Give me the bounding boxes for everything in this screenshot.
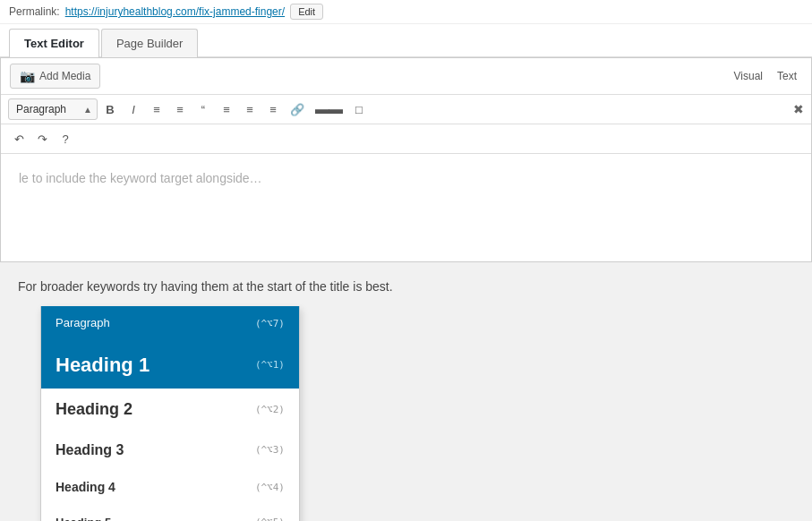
bottom-text-paragraph: For broader keywords try having them at … (18, 277, 794, 296)
format-select-wrapper[interactable]: Paragraph Heading 1 Heading 2 Heading 3 … (8, 98, 98, 120)
toolbar-row-2: Paragraph Heading 1 Heading 2 Heading 3 … (1, 95, 811, 124)
dropdown-shortcut-heading5: (^⌥5) (255, 515, 285, 521)
align-right-button[interactable]: ≡ (262, 98, 284, 120)
blockquote-button[interactable]: “ (192, 98, 214, 120)
permalink-label: Permalink: (9, 5, 60, 18)
tab-text-editor[interactable]: Text Editor (9, 29, 99, 57)
help-button[interactable]: ? (55, 128, 76, 149)
undo-button[interactable]: ↶ (8, 128, 30, 149)
dropdown-shortcut-heading4: (^⌥4) (255, 480, 285, 496)
link-button[interactable]: 🔗 (286, 98, 309, 120)
dropdown-item-label: Heading 5 (56, 514, 111, 521)
add-media-icon: 📷 (20, 69, 35, 83)
dropdown-item-label: Heading 2 (56, 397, 132, 423)
dropdown-item-label: Heading 1 (56, 349, 150, 380)
permalink-edit-button[interactable]: Edit (290, 4, 323, 20)
toolbar-row-1: 📷 Add Media Visual Text (1, 58, 811, 95)
tab-bar: Text Editor Page Builder (0, 24, 812, 57)
editor-wrapper: 📷 Add Media Visual Text Paragraph Headin… (0, 57, 812, 262)
permalink-bar: Permalink: https://injuryhealthblog.com/… (0, 0, 812, 24)
dropdown-item-label: Heading 3 (56, 439, 124, 462)
expand-toolbar-button[interactable]: ✖ (793, 102, 804, 116)
tab-page-builder[interactable]: Page Builder (101, 29, 198, 57)
toolbar-row-3: ↶ ↷ ? (1, 124, 811, 154)
unordered-list-button[interactable]: ≡ (146, 98, 167, 120)
redo-button[interactable]: ↷ (31, 128, 53, 149)
dropdown-item-paragraph[interactable]: Paragraph (^⌥7) (41, 306, 299, 341)
more-button[interactable]: ▬▬ (311, 98, 346, 120)
editor-content[interactable]: le to include the keyword target alongsi… (1, 154, 811, 261)
dropdown-item-label: Heading 4 (56, 477, 115, 497)
italic-button[interactable]: I (123, 98, 144, 120)
dropdown-shortcut-paragraph: (^⌥7) (255, 316, 285, 332)
bold-button[interactable]: B (99, 98, 121, 120)
dropdown-item-heading4[interactable]: Heading 4 (^⌥4) (41, 469, 299, 505)
format-dropdown: Paragraph (^⌥7) Heading 1 (^⌥1) Heading … (40, 306, 300, 521)
add-media-button[interactable]: 📷 Add Media (10, 64, 100, 89)
align-left-button[interactable]: ≡ (216, 98, 237, 120)
text-view-button[interactable]: Text (772, 67, 802, 85)
ordered-list-button[interactable]: ≡ (169, 98, 191, 120)
editor-content-text: le to include the keyword target alongsi… (19, 171, 262, 185)
dropdown-item-heading3[interactable]: Heading 3 (^⌥3) (41, 431, 299, 470)
dropdown-item-label: Paragraph (56, 314, 110, 333)
fullscreen-button[interactable]: □ (348, 98, 370, 120)
dropdown-shortcut-heading1: (^⌥1) (255, 357, 285, 373)
visual-view-button[interactable]: Visual (729, 67, 768, 85)
dropdown-item-heading2[interactable]: Heading 2 (^⌥2) (41, 389, 299, 431)
bottom-text: For broader keywords try having them at … (0, 262, 812, 311)
permalink-url[interactable]: https://injuryhealthblog.com/fix-jammed-… (65, 5, 285, 18)
dropdown-shortcut-heading2: (^⌥2) (255, 402, 285, 418)
view-toggle: Visual Text (729, 67, 802, 85)
align-center-button[interactable]: ≡ (239, 98, 261, 120)
dropdown-item-heading5[interactable]: Heading 5 (^⌥5) (41, 506, 299, 521)
dropdown-shortcut-heading3: (^⌥3) (255, 442, 285, 458)
format-select[interactable]: Paragraph Heading 1 Heading 2 Heading 3 (8, 98, 98, 120)
dropdown-item-heading1[interactable]: Heading 1 (^⌥1) (41, 341, 299, 389)
